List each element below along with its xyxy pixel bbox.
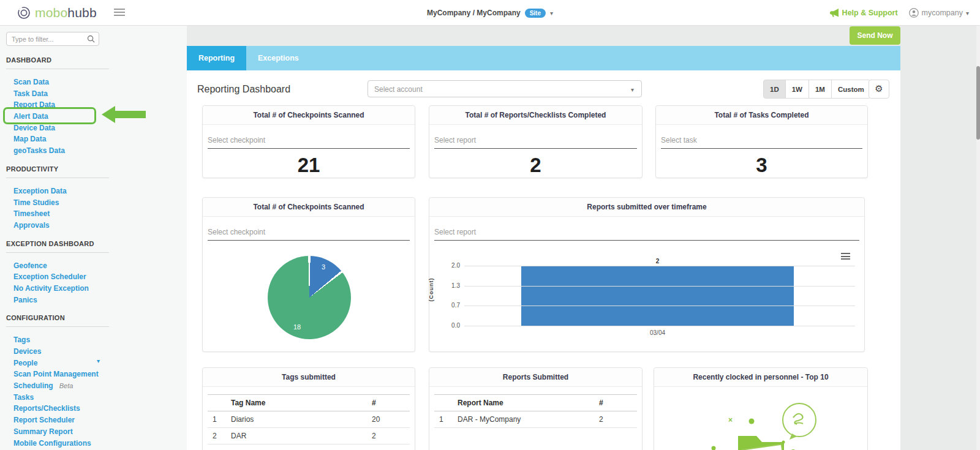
sidebar-item-people[interactable]: People▾ bbox=[0, 356, 187, 367]
sidebar-item-label: Panics bbox=[13, 296, 37, 304]
sidebar-item-approvals[interactable]: Approvals bbox=[0, 218, 187, 230]
table-cell: 1 bbox=[434, 411, 455, 428]
sidebar-item-mobile-configurations[interactable]: Mobile Configurations bbox=[0, 436, 187, 448]
personnel-card: Recently clocked in personnel - Top 10 × bbox=[654, 367, 868, 450]
sidebar-item-task-data[interactable]: Task Data bbox=[0, 86, 187, 98]
scrollbar-thumb[interactable] bbox=[976, 66, 980, 140]
table-row: 1DAR - MyCompany2 bbox=[434, 411, 637, 428]
sidebar-section-title: CONFIGURATION bbox=[6, 314, 187, 321]
chart-menu-icon[interactable] bbox=[841, 253, 850, 261]
task-select[interactable]: Select task bbox=[661, 136, 862, 149]
search-icon bbox=[87, 35, 95, 43]
checkpoint-select[interactable]: Select checkpoint bbox=[208, 136, 410, 149]
pie-slice-label: 18 bbox=[293, 323, 301, 331]
sidebar-item-label: Tasks bbox=[13, 393, 34, 402]
user-menu[interactable]: mycompany ▾ bbox=[909, 8, 969, 18]
sidebar-item-label: Scheduling bbox=[13, 381, 53, 390]
sidebar-section: EXCEPTION DASHBOARDGeofenceException Sch… bbox=[0, 240, 187, 304]
menu-toggle-icon[interactable] bbox=[114, 9, 125, 18]
range-1d-button[interactable]: 1D bbox=[763, 80, 786, 99]
divider bbox=[6, 69, 109, 69]
divider bbox=[6, 178, 109, 178]
sidebar-item-label: Exception Data bbox=[13, 187, 67, 195]
sidebar-item-geotasks-data[interactable]: geoTasks Data bbox=[0, 143, 187, 155]
sidebar: DASHBOARDScan DataTask DataReport DataAl… bbox=[0, 26, 187, 450]
sidebar-item-no-activity-exception[interactable]: No Activity Exception bbox=[0, 281, 187, 293]
sidebar-item-tasks[interactable]: Tasks bbox=[0, 390, 187, 402]
mobohubb-logo[interactable]: mobohubb bbox=[17, 6, 97, 20]
pie-chart-card: Total # of Checkpoints Scanned Select ch… bbox=[202, 197, 415, 352]
bar[interactable] bbox=[521, 266, 794, 326]
column-header: Tag Name bbox=[228, 395, 369, 411]
account-select[interactable]: Select account ▾ bbox=[368, 80, 642, 97]
settings-gear-button[interactable]: ⚙ bbox=[869, 80, 889, 99]
sidebar-item-time-studies[interactable]: Time Studies bbox=[0, 195, 187, 207]
checkpoint-select[interactable]: Select checkpoint bbox=[208, 228, 410, 241]
range-1m-button[interactable]: 1M bbox=[809, 80, 832, 99]
breadcrumb: MyCompany / MyCompany bbox=[427, 9, 521, 17]
page-scrollbar bbox=[976, 26, 980, 450]
tab-reporting[interactable]: Reporting bbox=[187, 46, 246, 70]
card-title: Reports Submitted bbox=[429, 368, 642, 387]
sidebar-item-report-scheduler[interactable]: Report Scheduler bbox=[0, 413, 187, 424]
sidebar-item-device-data[interactable]: Device Data bbox=[0, 121, 187, 132]
sidebar-item-exception-scheduler[interactable]: Exception Scheduler bbox=[0, 269, 187, 281]
sidebar-item-label: Mobile Configurations bbox=[13, 439, 91, 448]
report-select[interactable]: Select report bbox=[434, 136, 637, 149]
sidebar-item-scheduling[interactable]: SchedulingBeta bbox=[0, 378, 187, 390]
sidebar-item-timesheet[interactable]: Timesheet bbox=[0, 206, 187, 218]
range-1w-button[interactable]: 1W bbox=[785, 80, 809, 99]
filter-input[interactable] bbox=[7, 32, 99, 45]
x-axis-tick: 03/04 bbox=[521, 329, 794, 336]
tab-exceptions[interactable]: Exceptions bbox=[246, 46, 311, 70]
sidebar-item-label: Alert Data bbox=[13, 112, 48, 121]
sidebar-item-label: Approvals bbox=[13, 221, 50, 230]
column-header: Report Name bbox=[455, 395, 597, 411]
sidebar-item-label: People bbox=[13, 359, 37, 367]
y-axis-label: (Count) bbox=[428, 268, 434, 311]
sidebar-item-alert-data[interactable]: Alert Data bbox=[0, 109, 187, 121]
sidebar-item-scan-point-management[interactable]: Scan Point Management bbox=[0, 367, 187, 378]
sidebar-item-label: geoTasks Data bbox=[13, 146, 65, 155]
help-support-link[interactable]: Help & Support bbox=[830, 9, 898, 17]
sidebar-item-summary-report[interactable]: Summary Report bbox=[0, 424, 187, 436]
stat-card-checkpoints: Total # of Checkpoints Scanned Select ch… bbox=[202, 105, 415, 178]
sidebar-item-scan-data[interactable]: Scan Data bbox=[0, 75, 187, 86]
sidebar-item-label: No Activity Exception bbox=[13, 284, 89, 293]
sidebar-item-tags[interactable]: Tags bbox=[0, 332, 187, 344]
report-select[interactable]: Select report bbox=[434, 228, 859, 241]
bar-data-label: 2 bbox=[521, 258, 794, 264]
sidebar-item-exception-data[interactable]: Exception Data bbox=[0, 184, 187, 195]
card-title: Recently clocked in personnel - Top 10 bbox=[654, 368, 867, 387]
sidebar-item-label: Reports/Checklists bbox=[13, 404, 80, 413]
y-axis-tick: 2.0 bbox=[434, 262, 460, 269]
stat-card-tasks: Total # of Tasks Completed Select task 3 bbox=[655, 105, 868, 178]
sidebar-item-map-data[interactable]: Map Data bbox=[0, 132, 187, 143]
bar-chart-card: Reports submitted over timeframe Select … bbox=[429, 197, 865, 352]
sidebar-item-devices[interactable]: Devices bbox=[0, 344, 187, 356]
card-title: Total # of Checkpoints Scanned bbox=[203, 198, 415, 217]
site-switcher[interactable]: MyCompany / MyCompany Site ▾ bbox=[427, 0, 553, 26]
stat-value: 3 bbox=[656, 154, 867, 177]
sidebar-item-label: Scan Point Management bbox=[13, 370, 99, 378]
sidebar-item-panics[interactable]: Panics bbox=[0, 293, 187, 304]
sidebar-section: PRODUCTIVITYException DataTime StudiesTi… bbox=[0, 165, 187, 230]
sidebar-section: DASHBOARDScan DataTask DataReport DataAl… bbox=[0, 56, 187, 155]
send-now-button[interactable]: Send Now bbox=[850, 26, 900, 45]
user-avatar-icon bbox=[909, 8, 919, 18]
pie-slice-label: 3 bbox=[322, 263, 325, 271]
gridline bbox=[464, 326, 855, 326]
sidebar-item-geofence[interactable]: Geofence bbox=[0, 258, 187, 270]
range-custom-button[interactable]: Custom bbox=[831, 80, 871, 99]
table-cell: DAR - MyCompany bbox=[455, 411, 597, 428]
stat-card-reports: Total # of Reports/Checklists Completed … bbox=[429, 105, 643, 178]
y-axis-tick: 0.7 bbox=[434, 302, 460, 309]
range-button-group: 1D 1W 1M Custom bbox=[763, 80, 871, 99]
sidebar-item-reports-checklists[interactable]: Reports/Checklists bbox=[0, 401, 187, 413]
tags-submitted-card: Tags submitted Tag Name# 1Diarios202DAR2 bbox=[202, 367, 415, 450]
card-title: Total # of Reports/Checklists Completed bbox=[429, 106, 642, 125]
pie-chart[interactable]: 3 18 bbox=[268, 256, 351, 339]
card-title: Total # of Checkpoints Scanned bbox=[203, 106, 415, 125]
column-header bbox=[434, 395, 455, 411]
logo-icon bbox=[17, 6, 31, 20]
